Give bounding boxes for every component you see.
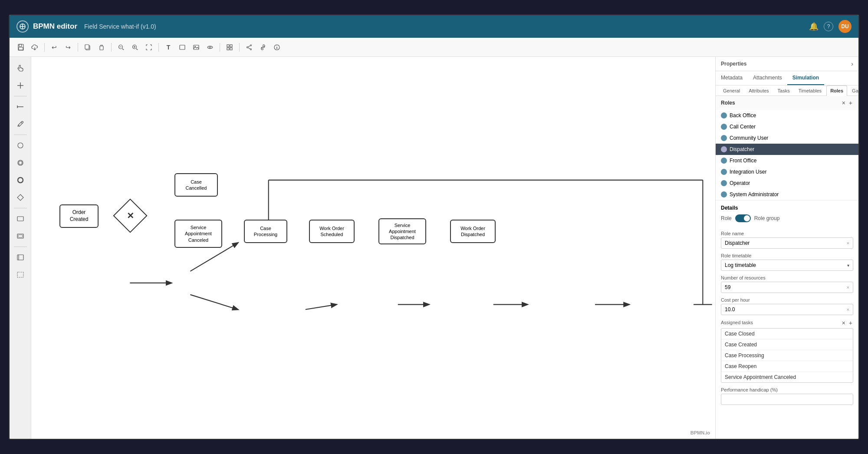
share-button[interactable] [243,41,255,53]
task-item-case-created[interactable]: Case Created [721,339,853,350]
eye-button[interactable] [204,41,216,53]
work-order-scheduled-node[interactable]: Work OrderScheduled [309,220,355,243]
help-icon[interactable]: ? [824,22,833,31]
save-button[interactable] [15,41,27,53]
select-tool[interactable] [13,78,28,93]
link-button[interactable] [257,41,269,53]
details-section: Details Role Role group [716,201,858,231]
cost-label: Cost per hour [721,297,853,303]
main-area: Order Created ✕ CaseCancelled ServiceApp… [10,57,858,439]
cost-clear[interactable]: × [847,307,849,312]
tasks-clear-button[interactable]: × [841,319,846,326]
cost-input[interactable]: 10.0 × [721,304,853,315]
svg-point-20 [209,46,211,48]
role-name-input[interactable]: Dispatcher × [721,237,853,249]
subtab-attributes[interactable]: Attributes [745,86,773,95]
task-item-case-closed[interactable]: Case Closed [721,329,853,339]
svg-rect-44 [17,217,23,221]
undo-button[interactable]: ↩ [48,41,60,53]
svg-line-53 [306,305,336,309]
subtab-tasks[interactable]: Tasks [774,86,794,95]
service-appt-dispatched-node[interactable]: ServiceAppointmentDispatched [378,218,426,244]
subprocess-tool[interactable] [13,228,28,244]
role-item-community-user[interactable]: Community User [716,132,858,144]
role-icon [721,124,727,130]
role-item-back-office[interactable]: Back Office [716,110,858,121]
perf-input[interactable] [721,394,853,405]
subtab-timetables[interactable]: Timetables [795,86,825,95]
task-item-case-reopen[interactable]: Case Reopen [721,361,853,372]
tab-attachments[interactable]: Attachments [748,71,787,85]
resources-input[interactable]: 59 × [721,282,853,293]
task-tool[interactable] [13,211,28,227]
info-button[interactable] [271,41,283,53]
service-appt-canceled-node[interactable]: ServiceAppointmentCanceled [174,220,222,248]
grid-button[interactable] [224,41,236,53]
role-item-operator[interactable]: Operator [716,178,858,189]
work-order-dispatched-node[interactable]: Work OrderDispatched [450,220,496,243]
pool-tool[interactable] [13,250,28,265]
svg-marker-43 [17,194,23,201]
role-item-dispatcher[interactable]: Dispatcher [716,144,858,155]
subtab-roles[interactable]: Roles [826,86,847,96]
role-item-integration-user[interactable]: Integration User [716,166,858,178]
text-button[interactable]: T [162,41,174,53]
zoom-in-button[interactable] [129,41,141,53]
task-item-case-processing[interactable]: Case Processing [721,350,853,361]
role-item-front-office[interactable]: Front Office [716,155,858,166]
role-timetable-label: Role timetable [721,253,853,258]
collapse-panel-button[interactable]: › [851,60,853,67]
role-toggle[interactable] [735,214,751,222]
pencil-tool[interactable] [13,116,28,132]
tab-metadata[interactable]: Metadata [716,71,748,85]
role-item-system-admin[interactable]: System Administrator [716,189,858,200]
tasks-add-button[interactable]: + [848,319,853,326]
tab-simulation[interactable]: Simulation [787,71,824,85]
roles-add-button[interactable]: + [848,99,853,106]
svg-rect-18 [194,45,199,49]
fit-button[interactable] [143,41,155,53]
assigned-tasks-label: Assigned tasks [721,320,753,325]
intermediate-event-tool[interactable] [13,155,28,171]
end-event-tool[interactable] [13,172,28,188]
zoom-out-button[interactable] [115,41,127,53]
connector-tool[interactable] [13,99,28,115]
user-avatar[interactable]: DU [838,20,852,33]
redo-button[interactable]: ↪ [62,41,74,53]
subtab-general[interactable]: General [719,86,744,95]
order-created-node[interactable]: Order Created [59,204,99,228]
roles-clear-button[interactable]: × [841,99,846,106]
details-title: Details [721,205,853,211]
svg-rect-49 [17,272,23,277]
cloud-button[interactable] [29,41,41,53]
lane-tool[interactable] [13,267,28,283]
start-event-tool[interactable] [13,138,28,153]
roles-list: Back Office Call Center Community User [716,110,858,200]
case-processing-node[interactable]: CaseProcessing [244,220,287,243]
svg-rect-47 [17,255,23,260]
hand-tool[interactable] [13,60,28,76]
bpmn-connections [31,57,715,439]
role-name-field-row: Role name Dispatcher × [716,231,858,249]
task-item-service-appt-canceled[interactable]: Service Appointment Canceled [721,372,853,382]
subtab-gateways[interactable]: Gateways [848,86,858,95]
role-name-clear[interactable]: × [847,240,849,246]
gateway-tool[interactable] [13,190,28,205]
case-cancelled-node[interactable]: CaseCancelled [174,173,218,197]
resources-clear[interactable]: × [847,285,849,290]
image-button[interactable] [190,41,202,53]
gateway1-node[interactable]: ✕ [118,204,142,228]
role-item-call-center[interactable]: Call Center [716,121,858,132]
bpmn-canvas[interactable]: Order Created ✕ CaseCancelled ServiceApp… [31,57,715,439]
rectangle-button[interactable] [176,41,188,53]
resources-field-row: Number of resources 59 × [716,275,858,293]
paste-button[interactable] [95,41,108,53]
properties-subtabs: General Attributes Tasks Timetables Role… [716,86,858,96]
role-timetable-select[interactable]: Log timetable ▾ [721,260,853,271]
app-subtitle: Field Service what-if (v1.0) [84,23,156,30]
tasks-list: Case Closed Case Created Case Processing… [721,328,853,383]
svg-point-41 [19,161,22,164]
copy-button[interactable] [82,41,94,53]
role-icon [721,158,727,164]
notification-icon[interactable]: 🔔 [809,22,819,31]
